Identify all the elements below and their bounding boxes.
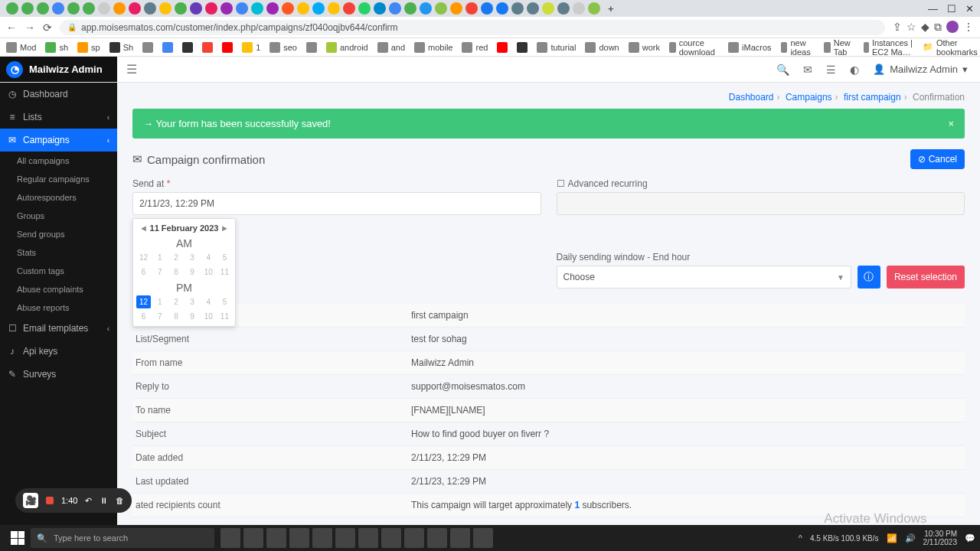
hour-cell[interactable]: 9 xyxy=(185,266,199,279)
send-at-input[interactable] xyxy=(132,192,541,215)
sidebar-item-templates[interactable]: ☐Email templates‹ xyxy=(0,317,117,340)
hour-cell[interactable]: 8 xyxy=(168,266,183,279)
surveys-icon: ✎ xyxy=(8,369,17,380)
hour-cell[interactable]: 2 xyxy=(168,251,183,264)
max-icon[interactable]: ☐ xyxy=(947,3,956,15)
min-icon[interactable]: — xyxy=(928,3,938,15)
share-icon[interactable]: ⇪ xyxy=(893,21,902,34)
brand[interactable]: ◔ Mailwizz Admin xyxy=(0,57,117,82)
breadcrumb: Dashboard› Campaigns› first campaign› Co… xyxy=(132,92,965,103)
sidebar-item-surveys[interactable]: ✎Surveys xyxy=(0,363,117,386)
hour-cell[interactable]: 6 xyxy=(136,310,151,323)
sidebar-sub-stats[interactable]: Stats xyxy=(0,243,117,262)
forward-icon[interactable]: → xyxy=(24,21,35,34)
hour-cell[interactable]: 12 xyxy=(136,295,151,308)
mail-icon[interactable]: ✉ xyxy=(803,64,812,76)
advanced-input[interactable] xyxy=(557,192,965,215)
sidebar-sub-reports[interactable]: Abuse reports xyxy=(0,298,117,317)
end-hour-select[interactable]: Choose▼ xyxy=(557,266,851,289)
alert-close-icon[interactable]: × xyxy=(948,118,954,129)
taskbar-search[interactable]: 🔍Type here to search xyxy=(31,528,214,548)
taskbar[interactable]: 🔍Type here to search ^ 4.5 KB/s 100.9 KB… xyxy=(0,525,980,551)
hour-cell[interactable]: 7 xyxy=(152,310,167,323)
sidebar-item-dashboard[interactable]: ◷Dashboard xyxy=(0,83,117,106)
next-month-icon[interactable]: ► xyxy=(220,223,229,233)
task-icon[interactable] xyxy=(220,528,240,548)
sidebar-sub-regular[interactable]: Regular campaigns xyxy=(0,170,117,188)
extensions-icon[interactable]: ⧉ xyxy=(934,21,942,34)
grid-icon[interactable]: ☰ xyxy=(826,64,836,76)
ext1-icon[interactable]: ◆ xyxy=(921,21,929,34)
am-label: AM xyxy=(136,234,232,251)
sidebar-sub-all[interactable]: All campaigns xyxy=(0,152,117,170)
nav-bar: ← → ⟳ 🔒 app.moisesmatos.com/customer/ind… xyxy=(0,17,980,38)
tray-chevron-icon[interactable]: ^ xyxy=(799,533,802,543)
hour-cell[interactable]: 1 xyxy=(152,251,167,264)
notif-icon[interactable]: 💬 xyxy=(965,533,975,543)
camera-icon[interactable]: 🎥 xyxy=(23,493,38,508)
theme-icon[interactable]: ◐ xyxy=(850,64,859,76)
bookmarks-list[interactable]: Mod xyxy=(6,42,36,53)
new-tab-icon[interactable]: + xyxy=(608,3,614,15)
recipients-label: ated recipients count xyxy=(136,500,411,510)
url-bar[interactable]: 🔒 app.moisesmatos.com/customer/index.php… xyxy=(60,20,885,35)
hour-cell[interactable]: 5 xyxy=(217,295,232,308)
hour-cell[interactable]: 2 xyxy=(168,295,183,308)
hour-cell[interactable]: 7 xyxy=(152,266,167,279)
search-icon[interactable]: 🔍 xyxy=(776,64,789,76)
advanced-label: ☐Advanced recurring xyxy=(557,178,965,189)
hour-cell[interactable]: 10 xyxy=(201,310,216,323)
reset-button[interactable]: Reset selection xyxy=(887,266,965,289)
prev-month-icon[interactable]: ◄ xyxy=(139,223,148,233)
hour-cell[interactable]: 1 xyxy=(152,295,167,308)
sidebar-sub-auto[interactable]: Autoresponders xyxy=(0,188,117,207)
back-icon[interactable]: ← xyxy=(6,21,17,34)
close-icon[interactable]: ✕ xyxy=(965,3,974,15)
hour-cell[interactable]: 8 xyxy=(168,310,183,323)
sidebar-sub-tags[interactable]: Custom tags xyxy=(0,262,117,280)
dashboard-icon: ◷ xyxy=(8,89,17,99)
hour-cell[interactable]: 9 xyxy=(185,310,199,323)
hamburger-icon[interactable]: ☰ xyxy=(117,62,146,77)
volume-icon[interactable]: 🔊 xyxy=(905,533,916,543)
app-top: ◔ Mailwizz Admin ☰ 🔍 ✉ ☰ ◐ 👤 Mailwizz Ad… xyxy=(0,57,980,83)
hour-cell[interactable]: 12 xyxy=(136,251,151,264)
hour-cell[interactable]: 4 xyxy=(201,251,216,264)
page-title: ✉ Campaign confirmation xyxy=(132,152,265,166)
avatar-icon[interactable] xyxy=(946,21,959,33)
sidebar-item-campaigns[interactable]: ✉Campaigns‹ xyxy=(0,129,117,152)
delete-icon[interactable]: 🗑 xyxy=(116,496,124,505)
bookmark-star-icon[interactable]: ☆ xyxy=(906,21,916,34)
lock-icon: 🔒 xyxy=(67,23,77,31)
undo-icon[interactable]: ↶ xyxy=(85,496,92,506)
hour-cell[interactable]: 4 xyxy=(201,295,216,308)
pause-icon[interactable]: ⏸ xyxy=(100,496,108,505)
hour-cell[interactable]: 11 xyxy=(217,310,232,323)
api-icon: ♪ xyxy=(8,346,17,357)
sidebar-sub-sendgroups[interactable]: Send groups xyxy=(0,225,117,243)
sidebar-item-lists[interactable]: ≡Lists‹ xyxy=(0,106,117,129)
hour-cell[interactable]: 3 xyxy=(185,295,199,308)
hour-cell[interactable]: 3 xyxy=(185,251,199,264)
clock[interactable]: 10:30 PM2/11/2023 xyxy=(923,530,958,546)
menu-icon[interactable]: ⋮ xyxy=(963,21,974,34)
cancel-button[interactable]: ⊘Cancel xyxy=(910,149,965,169)
start-icon[interactable] xyxy=(11,531,24,545)
reload-icon[interactable]: ⟳ xyxy=(43,21,52,34)
hour-cell[interactable]: 5 xyxy=(217,251,232,264)
wifi-icon[interactable]: 📶 xyxy=(887,533,897,543)
datepicker-title[interactable]: 11 February 2023 xyxy=(150,223,219,233)
info-button[interactable]: ⓘ xyxy=(858,266,880,289)
datepicker[interactable]: ◄ 11 February 2023 ► AM 121234567891011 … xyxy=(132,218,236,327)
recording-bar[interactable]: 🎥 1:40 ↶ ⏸ 🗑 xyxy=(15,488,132,513)
hour-cell[interactable]: 11 xyxy=(217,266,232,279)
hour-cell[interactable]: 6 xyxy=(136,266,151,279)
hour-cell[interactable]: 10 xyxy=(201,266,216,279)
other-bookmarks[interactable]: 📁 Other bookmarks xyxy=(923,38,978,57)
sidebar-sub-complaints[interactable]: Abuse complaints xyxy=(0,280,117,298)
user-menu[interactable]: 👤 Mailwizz Admin ▾ xyxy=(873,64,968,75)
campaigns-icon: ✉ xyxy=(8,135,17,145)
sidebar-sub-groups[interactable]: Groups xyxy=(0,207,117,225)
sidebar: ◷Dashboard ≡Lists‹ ✉Campaigns‹ All campa… xyxy=(0,83,117,551)
sidebar-item-api[interactable]: ♪Api keys xyxy=(0,340,117,363)
